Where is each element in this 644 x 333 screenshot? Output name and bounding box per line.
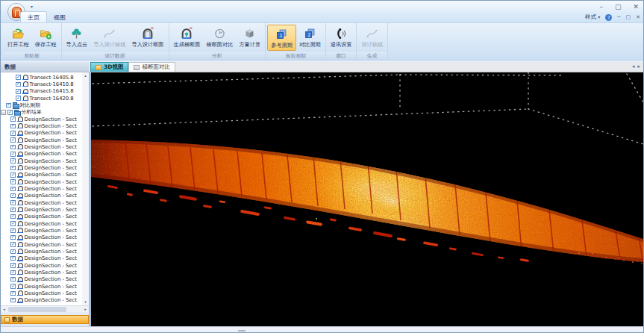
checkbox-checked[interactable]	[10, 179, 16, 184]
tree-item-section[interactable]: DesignSection - Sect	[1, 269, 82, 276]
checkbox-checked[interactable]	[10, 277, 16, 282]
tree-item-section[interactable]: DesignSection - Sect	[1, 185, 82, 192]
checkbox-checked[interactable]	[10, 284, 16, 289]
tree-item-section[interactable]: DesignSection - Sect	[1, 178, 82, 185]
scrollbar-thumb[interactable]	[8, 307, 66, 312]
quick-access-dropdown-icon[interactable]: ▾	[31, 4, 33, 9]
ribbon-tab-view[interactable]: 视图	[47, 12, 72, 22]
tree-item-section[interactable]: DesignSection - Sect	[1, 164, 82, 171]
tree-item-section[interactable]: DesignSection - Sect	[1, 151, 82, 158]
tree-item-section[interactable]: DesignSection - Sect	[1, 172, 82, 178]
checkbox-checked[interactable]	[10, 145, 16, 150]
volume-calc-button[interactable]: 方量计算	[236, 25, 263, 49]
import-design-section-button[interactable]: 导入设计断面	[128, 25, 166, 49]
checkbox-checked[interactable]	[10, 291, 16, 296]
checkbox-checked[interactable]	[10, 298, 16, 303]
tree-item-section[interactable]: DesignSection - Sect	[1, 220, 82, 227]
tree-item-compare-folder[interactable]: 对比测期	[1, 102, 82, 108]
checkbox-checked[interactable]	[10, 228, 16, 234]
tab-scroll-right-icon[interactable]	[637, 63, 640, 69]
help-button[interactable]: ?	[605, 14, 612, 21]
checkbox-checked[interactable]	[7, 110, 13, 115]
tree-item-section[interactable]: DesignSection - Sect	[1, 158, 82, 164]
tree-horizontal-scrollbar[interactable]	[1, 305, 89, 312]
tree-item-section[interactable]: DesignSection - Sect	[1, 122, 82, 129]
tree-item-section[interactable]: DesignSection - Sect	[1, 130, 82, 137]
tree-item-section[interactable]: DesignSection - Sect	[1, 262, 82, 269]
checkbox-checked[interactable]	[10, 249, 16, 255]
checkbox-checked[interactable]	[10, 221, 16, 226]
tree-item-section[interactable]: DesignSection - Sect	[1, 199, 82, 206]
tab-3d-view[interactable]: 3D视图	[90, 62, 128, 72]
checkbox-checked[interactable]	[10, 193, 16, 199]
tree-item-section[interactable]: DesignSection - Sect	[1, 290, 82, 296]
maximize-button[interactable]: ▢	[615, 2, 622, 11]
import-design-axis-button[interactable]: 导入设计轴线	[90, 25, 128, 49]
tree-item-transect[interactable]: Transect-16415.8	[1, 88, 82, 95]
tree-item-section[interactable]: DesignSection - Sect	[1, 297, 82, 304]
checkbox-checked[interactable]	[10, 256, 16, 261]
checkbox-checked[interactable]	[10, 214, 16, 220]
checkbox-checked[interactable]	[10, 116, 16, 122]
tree-item-section[interactable]: DesignSection - Sect	[1, 241, 82, 248]
tree-item-transect[interactable]: Transect-16405.8	[1, 74, 82, 81]
checkbox-checked[interactable]	[16, 96, 21, 101]
checkbox-checked[interactable]	[10, 270, 16, 276]
close-button[interactable]: ✕	[633, 2, 639, 11]
checkbox-checked[interactable]	[10, 200, 16, 205]
checkbox-checked[interactable]	[10, 166, 16, 171]
checkbox-checked[interactable]	[16, 89, 21, 94]
tree-item-section[interactable]: DesignSection - Sect	[1, 206, 82, 213]
viewport-3d[interactable]	[91, 72, 644, 326]
scroll-up-icon[interactable]	[82, 72, 89, 79]
tab-scroll-left-icon[interactable]	[632, 63, 635, 69]
comm-settings-button[interactable]: 通讯设置	[328, 25, 355, 49]
checkbox-checked[interactable]	[6, 103, 11, 108]
checkbox-checked[interactable]	[10, 235, 16, 240]
tree-item-section[interactable]: DesignSection - Sect	[1, 193, 82, 199]
section-compare-button[interactable]: 横断面对比	[203, 25, 236, 49]
tab-section-compare[interactable]: 横断面对比	[128, 62, 175, 72]
open-project-button[interactable]: 打开工程	[4, 25, 32, 49]
tree-item-section[interactable]: DesignSection - Sect	[1, 234, 82, 241]
checkbox-checked[interactable]	[16, 82, 21, 87]
checkbox-checked[interactable]	[10, 137, 16, 143]
ribbon-minimize-button[interactable]: ─	[617, 14, 620, 20]
minimize-button[interactable]: –	[599, 2, 603, 11]
tree-item-section[interactable]: DesignSection - Sect	[1, 137, 82, 143]
tree-item-section[interactable]: DesignSection - Sect	[1, 227, 82, 234]
tree-item-section[interactable]: DesignSection - Sect	[1, 214, 82, 220]
checkbox-checked[interactable]	[16, 75, 21, 80]
ribbon-tab-home[interactable]: 主页	[20, 11, 47, 22]
tree-item-result-folder[interactable]: −分析结果	[1, 109, 82, 116]
style-dropdown[interactable]: 样式	[585, 13, 600, 21]
expander-icon[interactable]: −	[1, 110, 6, 115]
generate-section-button[interactable]: 生成横断面	[171, 25, 204, 49]
reference-period-button[interactable]: 1 参考测期	[267, 25, 296, 51]
tree-item-transect[interactable]: Transect-16420.8	[1, 95, 82, 102]
tree-item-transect[interactable]: Transect-16410.8	[1, 81, 82, 87]
checkbox-checked[interactable]	[10, 152, 16, 157]
checkbox-checked[interactable]	[10, 172, 16, 178]
tree-item-section[interactable]: DesignSection - Sect	[1, 116, 82, 122]
save-project-button[interactable]: 保存工程	[32, 25, 60, 49]
data-panel-bottom-tab[interactable]: 数据	[1, 315, 89, 324]
tree-item-section[interactable]: DesignSection - Sect	[1, 143, 82, 150]
scroll-down-icon[interactable]	[82, 299, 89, 305]
compare-period-button[interactable]: 2 对比测期	[296, 25, 324, 49]
checkbox-checked[interactable]	[10, 242, 16, 247]
checkbox-checked[interactable]	[10, 187, 16, 192]
ribbon-restore-button[interactable]: ▢	[626, 14, 631, 20]
tree-vertical-scrollbar[interactable]	[82, 72, 89, 305]
checkbox-checked[interactable]	[10, 208, 16, 213]
checkbox-checked[interactable]	[10, 263, 16, 268]
tree-item-section[interactable]: DesignSection - Sect	[1, 283, 82, 290]
design-axis-button[interactable]: 设计轴线	[358, 25, 386, 49]
ribbon-close-button[interactable]: ✕	[636, 14, 640, 20]
checkbox-checked[interactable]	[10, 131, 16, 136]
checkbox-checked[interactable]	[10, 124, 16, 129]
tree-item-section[interactable]: DesignSection - Sect	[1, 248, 82, 255]
tree-item-section[interactable]: DesignSection - Sect	[1, 276, 82, 283]
tree-item-section[interactable]: DesignSection - Sect	[1, 255, 82, 262]
checkbox-checked[interactable]	[10, 158, 16, 164]
